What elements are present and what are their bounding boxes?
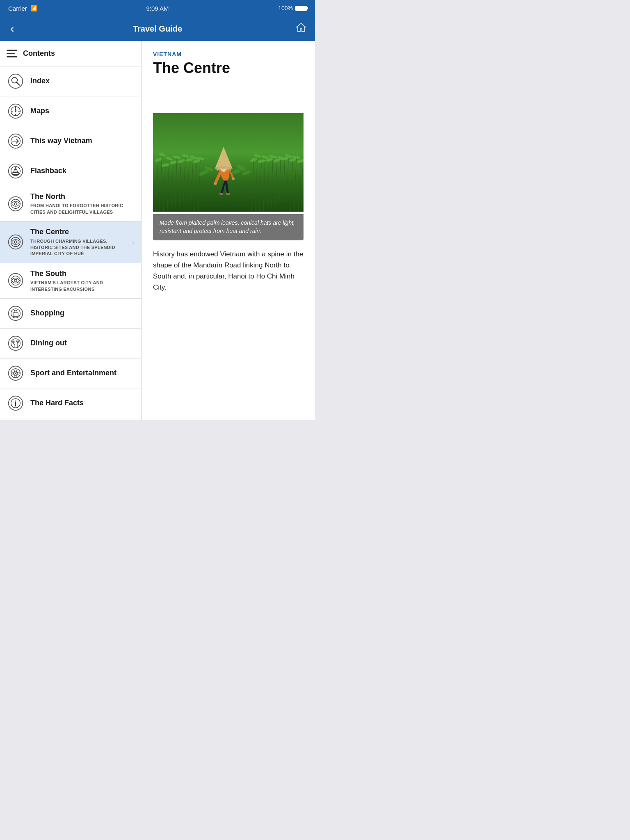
sidebar-item-this-way-vietnam[interactable]: This way Vietnam	[0, 126, 141, 156]
status-bar-left: Carrier 📶	[8, 5, 37, 12]
sidebar-label-flashback: Flashback	[30, 166, 135, 176]
battery-label: 100%	[278, 5, 293, 11]
sidebar-label-dining-out: Dining out	[30, 338, 135, 348]
sidebar-text-dining-out: Dining out	[30, 338, 135, 348]
sidebar-label-shopping: Shopping	[30, 308, 135, 318]
content-body-text: History has endowed Vietnam with a spine…	[153, 249, 304, 293]
image-caption: Made from plaited palm leaves, conical h…	[153, 214, 304, 240]
svg-point-18	[9, 196, 23, 211]
status-bar: Carrier 📶 9:09 AM 100%	[0, 0, 315, 16]
sidebar-sublabel-the-north: FROM HANOI TO FORGOTTEN HISTORIC CITIES …	[30, 203, 135, 215]
arrow-icon	[7, 132, 25, 150]
contents-line-2	[7, 53, 15, 54]
sidebar-item-hard-facts[interactable]: The Hard Facts	[0, 388, 141, 418]
svg-line-2	[17, 82, 20, 85]
contents-line-1	[7, 50, 17, 51]
carrier-label: Carrier	[8, 5, 27, 12]
home-button[interactable]	[295, 22, 307, 36]
svg-point-27	[9, 306, 23, 321]
nav-bar: ‹ Travel Guide	[0, 16, 315, 41]
status-bar-time: 9:09 AM	[146, 5, 169, 12]
svg-point-25	[11, 276, 20, 285]
sidebar-text-maps: Maps	[30, 106, 135, 116]
building-icon	[7, 162, 25, 180]
back-button[interactable]: ‹	[8, 21, 16, 37]
sidebar-label-maps: Maps	[30, 106, 135, 116]
content-section-label: VIETNAM	[153, 51, 304, 57]
battery-fill	[296, 7, 306, 10]
svg-point-20	[14, 203, 17, 205]
svg-point-41	[15, 400, 16, 402]
svg-point-30	[9, 336, 23, 351]
sidebar-item-dining-out[interactable]: Dining out	[0, 329, 141, 358]
sidebar-item-the-north[interactable]: The North FROM HANOI TO FORGOTTEN HISTOR…	[0, 186, 141, 221]
sidebar-text-shopping: Shopping	[30, 308, 135, 318]
svg-point-19	[11, 199, 20, 208]
sidebar-label-the-south: The South	[30, 269, 135, 278]
sidebar: Contents Index	[0, 41, 142, 420]
svg-point-21	[9, 235, 23, 249]
svg-point-26	[14, 279, 17, 282]
main-layout: Contents Index	[0, 41, 315, 420]
eye-icon-south	[7, 272, 25, 290]
status-bar-right: 100%	[278, 5, 307, 11]
sidebar-item-copyright[interactable]: Copyright	[0, 418, 141, 420]
svg-point-0	[9, 74, 23, 89]
sidebar-item-the-south[interactable]: The South VIETNAM'S LARGEST CITY AND INT…	[0, 263, 141, 299]
wifi-icon: 📶	[30, 5, 37, 11]
sidebar-text-flashback: Flashback	[30, 166, 135, 176]
dining-icon	[7, 334, 25, 352]
chevron-right-icon: ›	[132, 238, 135, 247]
svg-rect-15	[13, 172, 18, 174]
content-area: VIETNAM The Centre	[142, 41, 315, 420]
sidebar-text-hard-facts: The Hard Facts	[30, 398, 135, 408]
svg-point-31	[11, 339, 20, 348]
svg-rect-100	[226, 193, 230, 195]
svg-rect-29	[13, 313, 18, 317]
eye-icon-centre	[7, 233, 25, 251]
sidebar-text-the-south: The South VIETNAM'S LARGEST CITY AND INT…	[30, 269, 135, 292]
sidebar-label-the-north: The North	[30, 192, 135, 201]
sidebar-text-sport-entertainment: Sport and Entertainment	[30, 368, 135, 378]
sidebar-item-index[interactable]: Index	[0, 66, 141, 96]
svg-point-23	[14, 241, 17, 243]
sidebar-sublabel-the-south: VIETNAM'S LARGEST CITY AND INTERESTING E…	[30, 280, 135, 292]
contents-icon	[7, 50, 17, 57]
sidebar-label-the-centre: The Centre	[30, 227, 129, 237]
svg-point-96	[232, 178, 235, 180]
sidebar-sublabel-the-centre: THROUGH CHARMING VILLAGES, HISTORIC SITE…	[30, 238, 129, 257]
sidebar-text-the-centre: The Centre THROUGH CHARMING VILLAGES, HI…	[30, 227, 129, 257]
contents-line-3	[7, 56, 17, 57]
info-icon	[7, 394, 25, 412]
svg-point-95	[214, 183, 217, 185]
svg-point-24	[9, 274, 23, 288]
eye-icon-north	[7, 195, 25, 213]
sidebar-text-index: Index	[30, 76, 135, 86]
sidebar-label-hard-facts: The Hard Facts	[30, 398, 135, 408]
svg-point-22	[11, 237, 20, 247]
sidebar-item-sport-entertainment[interactable]: Sport and Entertainment	[0, 358, 141, 388]
nav-title: Travel Guide	[133, 24, 182, 34]
sidebar-item-flashback[interactable]: Flashback	[0, 156, 141, 186]
sidebar-item-the-centre[interactable]: The Centre THROUGH CHARMING VILLAGES, HI…	[0, 221, 141, 263]
sidebar-item-contents[interactable]: Contents	[0, 41, 141, 66]
sidebar-item-maps[interactable]: Maps	[0, 96, 141, 126]
svg-rect-16	[14, 171, 18, 172]
sidebar-label-contents: Contents	[23, 49, 55, 58]
bag-icon	[7, 304, 25, 322]
battery-icon	[295, 6, 307, 11]
compass-icon	[7, 102, 25, 120]
sidebar-text-this-way-vietnam: This way Vietnam	[30, 136, 135, 146]
sidebar-item-shopping[interactable]: Shopping	[0, 299, 141, 329]
sidebar-label-index: Index	[30, 76, 135, 86]
content-title: The Centre	[153, 60, 304, 76]
sidebar-label-sport-entertainment: Sport and Entertainment	[30, 368, 135, 378]
svg-rect-99	[219, 193, 223, 195]
sidebar-text-the-north: The North FROM HANOI TO FORGOTTEN HISTOR…	[30, 192, 135, 215]
search-icon	[7, 72, 25, 90]
sidebar-label-this-way-vietnam: This way Vietnam	[30, 136, 135, 146]
sport-icon	[7, 364, 25, 382]
content-image-container: Made from plaited palm leaves, conical h…	[153, 84, 304, 240]
